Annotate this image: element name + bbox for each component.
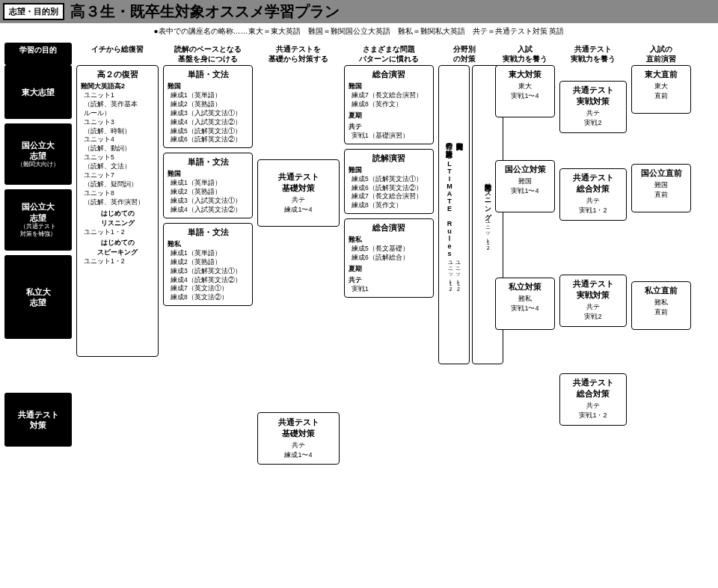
kyote-box: 共通テスト 総合対策 共テ 実戦1・2 xyxy=(559,168,627,221)
field-box: 難関大英作文 竹岡の英文法・語法 ULTIMATE Rules ユニット1・2 … xyxy=(438,65,470,364)
grammar-box: 単語・文法 難国 練成1（英単語）練成2（英熟語）練成3（入試英文法①）練成4（… xyxy=(163,153,253,218)
list-item: 練成4（入試英文法②） xyxy=(168,206,248,215)
list-item: 練成7（長文総合演習） xyxy=(349,91,429,100)
aspiration-tag: 国公立大 志望（共通テスト 対策を補強） xyxy=(4,189,72,251)
row-header-label: 学習の目的 xyxy=(4,43,72,65)
list-item: （読解、動詞） xyxy=(81,144,154,153)
list-item: 練成6（読解英文法②） xyxy=(168,135,248,144)
aspiration-tag: 東大志望 xyxy=(4,65,72,119)
col-final: 東大直前 東大 直前 国公立直前 難国 直前 私立直前 難私 直前 xyxy=(631,65,691,465)
aspiration-tag: 国公立大 志望（難関大向け） xyxy=(4,123,72,185)
kyote-total-box-bottom: 共通テスト 総合対策 共テ 実戦1・2 xyxy=(559,373,627,426)
practice-box: 総合演習 難国 練成7（長文総合演習）練成8（英作文） 夏期 共テ 実戦1（基礎… xyxy=(344,65,434,144)
list-item: 練成5（読解英文法①） xyxy=(168,127,248,136)
list-item: 練成5（長文基礎） xyxy=(349,245,429,254)
list-item: ユニット7 xyxy=(81,171,154,180)
col-review: 高２の復習 難関大英語高2 ユニット1（読解、英作基本 ルール）ユニット3（読解… xyxy=(76,65,159,465)
list-item: 練成3（入試英文法①） xyxy=(168,197,248,206)
list-item: 練成2（英熟語） xyxy=(168,258,248,267)
col-univ: 東大対策 東大 実戦1〜4 国公立対策 難国 実戦1〜4 私立対策 難私 実戦1… xyxy=(495,65,555,465)
practice-box: 読解演習 難国 練成5（読解英文法①）練成6（読解英文法②）練成7（長文総合演習… xyxy=(344,149,434,215)
list-item: 練成3（読解英文法①） xyxy=(168,267,248,276)
list-item: ユニット5 xyxy=(81,153,154,162)
col-header: 共通テスト 実戦力を養う xyxy=(559,43,627,65)
practice-box: 総合演習 難私 練成5（長文基礎）練成6（読解総合） 夏期 共テ 実戦1 xyxy=(344,218,434,298)
page-header: 志望・目的別 高３生・既卒生対象オススメ学習プラン xyxy=(0,0,718,23)
col-kyote: 共通テスト 実戦対策 共テ 実戦2 共通テスト 総合対策 共テ 実戦1・2 共通… xyxy=(559,65,627,465)
list-item: （読解、時制） xyxy=(81,127,154,136)
header-note: ●表中での講座名の略称……東大＝東大英語 難国＝難関国公立大英語 難私＝難関私大… xyxy=(0,23,718,43)
list-item: 練成2（英熟語） xyxy=(168,188,248,197)
list-item: 練成8（英作文） xyxy=(349,201,429,210)
list-item: 練成6（読解総合） xyxy=(349,254,429,263)
list-item: 練成8（英文法②） xyxy=(168,293,248,302)
list-item: （読解、文法） xyxy=(81,162,154,171)
aspiration-tag: 共通テスト 対策 xyxy=(4,393,72,447)
list-item: 練成1（英単語） xyxy=(168,179,248,188)
kyote-basic-box: 共通テスト 基礎対策 共テ 練成1〜4 xyxy=(257,159,340,227)
aspiration-tag: 私立大 志望 xyxy=(4,255,72,339)
final-box: 東大直前 東大 直前 xyxy=(631,65,691,114)
list-item: 練成3（入試英文法①） xyxy=(168,109,248,118)
list-item: 練成4（読解英文法②） xyxy=(168,276,248,285)
list-item: 練成7（英文法①） xyxy=(168,284,248,293)
list-item: 練成4（入試英文法②） xyxy=(168,118,248,127)
list-item: （読解、疑問詞） xyxy=(81,180,154,189)
list-item: 練成5（読解英文法①） xyxy=(349,175,429,184)
col-header: 入試の 直前演習 xyxy=(631,43,691,65)
col-header: 入試 実戦力を養う xyxy=(495,43,555,65)
list-item: 練成1（英単語） xyxy=(168,91,248,100)
col-header: イチから総復習 xyxy=(76,43,159,65)
list-item: 練成2（英熟語） xyxy=(168,100,248,109)
col-header: 読解のベースとなる 基盤を身につける xyxy=(163,43,253,65)
univ-box: 東大対策 東大 実戦1〜4 xyxy=(495,65,555,117)
kyote-box: 共通テスト 実戦対策 共テ 実戦2 xyxy=(559,275,627,327)
header-tag: 志望・目的別 xyxy=(3,3,64,20)
grammar-box: 単語・文法 難国 練成1（英単語）練成2（英熟語）練成3（入試英文法①）練成4（… xyxy=(163,65,253,148)
grammar-box: 単語・文法 難私 練成1（英単語）練成2（英熟語）練成3（読解英文法①）練成4（… xyxy=(163,223,253,306)
col-field: 難関大英作文 竹岡の英文法・語法 ULTIMATE Rules ユニット1・2 … xyxy=(438,65,491,465)
col-grammar: 単語・文法 難国 練成1（英単語）練成2（英熟語）練成3（入試英文法①）練成4（… xyxy=(163,65,253,465)
list-item: 練成6（読解英文法②） xyxy=(349,184,429,193)
list-item: （読解、英作基本 ルール） xyxy=(81,100,154,118)
list-item: ユニット1 xyxy=(81,91,154,100)
list-item: 練成1（英単語） xyxy=(168,249,248,258)
col-header: 共通テストを 基礎から対策する xyxy=(257,43,340,65)
list-item: ユニット4 xyxy=(81,135,154,144)
kyote-box: 共通テスト 実戦対策 共テ 実戦2 xyxy=(559,81,627,133)
left-tags-col: 東大志望 国公立大 志望（難関大向け） 国公立大 志望（共通テスト 対策を補強）… xyxy=(4,65,72,465)
list-item: ユニット3 xyxy=(81,118,154,127)
review-box: 高２の復習 難関大英語高2 ユニット1（読解、英作基本 ルール）ユニット3（読解… xyxy=(76,65,159,357)
final-box: 私立直前 難私 直前 xyxy=(631,281,691,330)
col-practice: 総合演習 難国 練成7（長文総合演習）練成8（英作文） 夏期 共テ 実戦1（基礎… xyxy=(344,65,434,465)
col-header: さまざまな問題 パターンに慣れる xyxy=(344,43,434,65)
list-item: （読解、英作演習） xyxy=(81,198,154,207)
final-box: 国公立直前 難国 直前 xyxy=(631,164,691,212)
kyote-basic-box-bottom: 共通テスト 基礎対策 共テ 練成1〜4 xyxy=(257,412,340,465)
column-header-row: 学習の目的 イチから総復習 読解のベースとなる 基盤を身につける 共通テストを … xyxy=(0,43,718,65)
list-item: ユニット8 xyxy=(81,189,154,198)
univ-box: 私立対策 難私 実戦1〜4 xyxy=(495,278,555,330)
main-grid: 東大志望 国公立大 志望（難関大向け） 国公立大 志望（共通テスト 対策を補強）… xyxy=(0,65,718,465)
list-item: 練成8（英作文） xyxy=(349,100,429,109)
col-kyote-basic: 共通テスト 基礎対策 共テ 練成1〜4 共通テスト 基礎対策 共テ 練成1〜4 xyxy=(257,65,340,465)
list-item: 練成7（長文総合演習） xyxy=(349,192,429,201)
header-title: 高３生・既卒生対象オススメ学習プラン xyxy=(70,1,340,22)
univ-box: 国公立対策 難国 実戦1〜4 xyxy=(495,160,555,212)
col-header: 分野別 の対策 xyxy=(438,43,491,65)
